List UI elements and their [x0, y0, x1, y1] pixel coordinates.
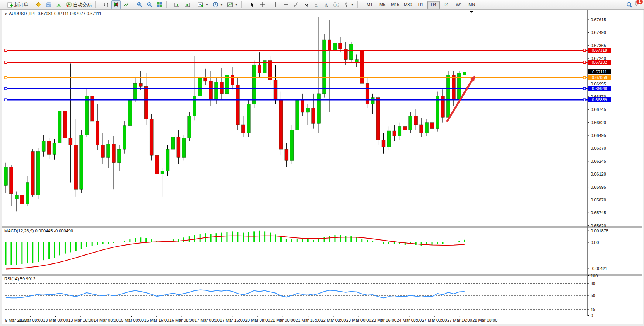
candle[interactable] [279, 99, 283, 149]
autotrading-button[interactable]: 自动交易 [64, 0, 93, 9]
candle[interactable] [220, 82, 224, 94]
candle[interactable] [285, 149, 288, 160]
level-anchor-marker[interactable] [583, 87, 586, 90]
horizontal-line-tool-button[interactable] [281, 0, 290, 9]
candle[interactable] [420, 125, 423, 133]
chart-canvas[interactable]: 0.676150.674900.673650.672400.669950.668… [2, 10, 642, 323]
candle[interactable] [323, 40, 326, 94]
new-order-button[interactable]: 新订单 [5, 0, 30, 9]
candle[interactable] [452, 75, 455, 100]
candle[interactable] [371, 98, 374, 104]
candle[interactable] [36, 151, 40, 195]
candle[interactable] [123, 126, 126, 149]
candle[interactable] [333, 43, 337, 50]
candle[interactable] [236, 85, 239, 125]
market-depth-button[interactable] [44, 0, 53, 9]
candle[interactable] [9, 167, 13, 193]
candle[interactable] [139, 83, 142, 86]
level-anchor-marker[interactable] [583, 99, 586, 101]
vertical-line-tool-button[interactable] [271, 0, 280, 9]
candle[interactable] [409, 116, 412, 130]
candle[interactable] [177, 137, 180, 157]
channel-tool-button[interactable]: E [301, 0, 311, 9]
indicators-button[interactable]: ▼ [196, 0, 210, 9]
candle[interactable] [312, 108, 315, 123]
level-anchor-marker[interactable] [583, 49, 586, 51]
candle[interactable] [382, 140, 385, 147]
candle[interactable] [69, 138, 72, 145]
candle[interactable] [63, 111, 67, 138]
candle[interactable] [204, 78, 207, 81]
candle[interactable] [215, 82, 218, 100]
signals-button[interactable] [54, 0, 63, 9]
candle[interactable] [414, 116, 418, 125]
candle[interactable] [107, 144, 110, 158]
candle[interactable] [42, 141, 45, 152]
chat-button[interactable]: 1 [635, 1, 641, 9]
zoom-out-button[interactable] [145, 0, 154, 9]
candle[interactable] [403, 126, 407, 130]
candle[interactable] [188, 116, 191, 138]
candle[interactable] [290, 130, 294, 160]
cursor-tool-button[interactable] [248, 0, 257, 9]
candle[interactable] [150, 119, 153, 155]
line-chart-mode-button[interactable] [121, 0, 131, 9]
candle[interactable] [296, 100, 299, 130]
candle[interactable] [58, 111, 61, 143]
candle[interactable] [387, 131, 391, 147]
candle[interactable] [425, 123, 429, 133]
chart-collapse-icon[interactable]: ▼ [4, 12, 7, 16]
candle[interactable] [457, 73, 461, 100]
level-anchor-marker[interactable] [5, 49, 7, 51]
tile-windows-button[interactable] [155, 0, 164, 9]
candle[interactable] [446, 75, 450, 117]
candle[interactable] [463, 72, 466, 75]
auto-scroll-button[interactable] [173, 0, 182, 9]
candle[interactable] [26, 183, 29, 204]
timeframe-button-h1[interactable]: H1 [415, 1, 427, 9]
arrows-tool-button[interactable]: ▼ [342, 0, 355, 9]
candle[interactable] [241, 125, 245, 133]
chart-shift-button[interactable] [183, 0, 192, 9]
level-anchor-marker[interactable] [5, 76, 7, 79]
candle[interactable] [47, 141, 51, 155]
periods-button[interactable]: ▼ [211, 0, 225, 9]
candle[interactable] [349, 44, 353, 60]
candle[interactable] [80, 135, 83, 190]
candle[interactable] [166, 149, 169, 171]
candle[interactable] [101, 145, 105, 157]
candle[interactable] [328, 40, 331, 50]
timeframe-button-m5[interactable]: M5 [376, 1, 389, 9]
candle[interactable] [338, 43, 342, 49]
candle[interactable] [441, 96, 444, 117]
candle[interactable] [155, 155, 159, 174]
candle[interactable] [209, 81, 213, 100]
candle[interactable] [85, 96, 89, 135]
candle[interactable] [376, 98, 380, 140]
candle[interactable] [393, 131, 396, 136]
candle[interactable] [171, 137, 175, 149]
candle[interactable] [198, 78, 202, 96]
candle[interactable] [436, 96, 439, 128]
timeframe-button-m30[interactable]: M30 [402, 1, 414, 9]
candle[interactable] [301, 100, 304, 112]
chart-shift-marker[interactable] [470, 11, 473, 13]
candle[interactable] [15, 195, 18, 199]
candle[interactable] [4, 167, 8, 185]
timeframe-button-m15[interactable]: M15 [389, 1, 401, 9]
candle[interactable] [31, 151, 34, 195]
templates-button[interactable]: ▼ [225, 0, 239, 9]
candle[interactable] [74, 145, 78, 189]
candle[interactable] [112, 144, 116, 163]
level-anchor-marker[interactable] [583, 76, 586, 79]
timeframe-button-mn[interactable]: MN [466, 1, 478, 9]
candle[interactable] [366, 83, 369, 104]
timeframe-button-m1[interactable]: M1 [364, 1, 376, 9]
candle[interactable] [360, 50, 364, 83]
bar-chart-mode-button[interactable] [101, 0, 111, 9]
candle[interactable] [306, 108, 310, 112]
candle[interactable] [96, 121, 99, 145]
symbols-button[interactable] [34, 0, 43, 9]
candle[interactable] [20, 195, 24, 204]
search-icon[interactable] [626, 2, 632, 8]
